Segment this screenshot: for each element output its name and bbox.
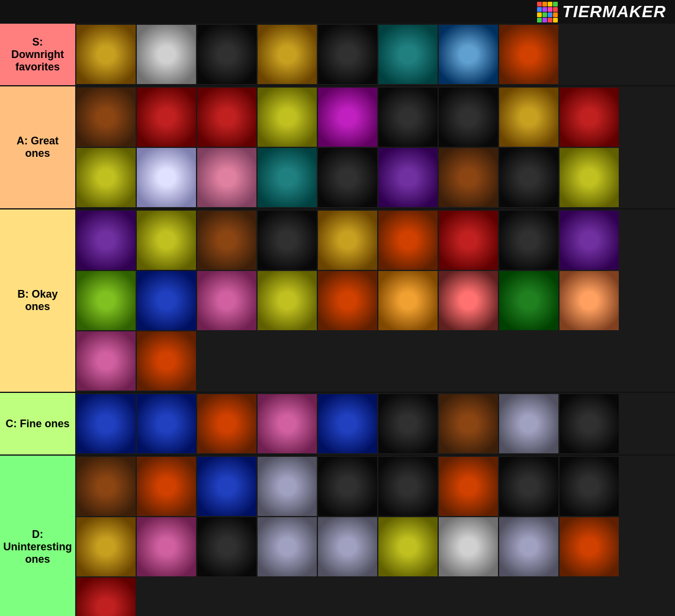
- list-item: [318, 148, 377, 207]
- character-img: [560, 517, 619, 576]
- tier-images-s: [75, 24, 675, 85]
- tier-label-a: A: Great ones: [0, 86, 75, 208]
- character-img: [378, 394, 438, 453]
- character-img: [499, 88, 558, 147]
- list-item: [560, 88, 619, 147]
- character-img: [378, 517, 438, 576]
- list-item: [76, 211, 136, 270]
- list-item: [318, 517, 377, 576]
- character-img: [76, 457, 136, 516]
- tier-label-s: S: Downright favorites: [0, 24, 75, 85]
- character-img: [318, 394, 377, 453]
- character-img: [76, 517, 136, 576]
- list-item: [318, 394, 377, 453]
- list-item: [137, 457, 196, 516]
- character-img: [318, 211, 377, 270]
- character-img: [560, 88, 619, 147]
- list-item: [439, 517, 498, 576]
- logo-cell: [553, 18, 558, 22]
- list-item: [76, 331, 136, 391]
- logo-cell: [553, 7, 558, 12]
- tier-label-c: C: Fine ones: [0, 393, 75, 454]
- list-item: [76, 517, 136, 576]
- list-item: [499, 25, 558, 84]
- logo-cell: [537, 2, 542, 7]
- list-item: [76, 88, 136, 147]
- character-img: [378, 211, 438, 270]
- tier-row-b: B: Okay ones: [0, 209, 675, 393]
- list-item: [439, 457, 498, 516]
- character-img: [137, 88, 196, 147]
- list-item: [439, 25, 498, 84]
- list-item: [560, 394, 619, 453]
- list-item: [378, 457, 438, 516]
- list-item: [258, 394, 317, 453]
- logo-cell: [542, 7, 547, 12]
- tier-row-a: A: Great ones: [0, 86, 675, 209]
- list-item: [378, 88, 438, 147]
- tier-images-b: [75, 209, 675, 392]
- character-img: [560, 271, 619, 330]
- character-img: [137, 517, 196, 576]
- list-item: [378, 211, 438, 270]
- character-img: [499, 271, 558, 330]
- list-item: [137, 331, 196, 391]
- character-img: [499, 211, 558, 270]
- list-item: [137, 148, 196, 207]
- character-img: [197, 517, 256, 576]
- list-item: [137, 88, 196, 147]
- list-item: [137, 394, 196, 453]
- character-img: [439, 211, 498, 270]
- character-img: [560, 211, 619, 270]
- character-img: [378, 271, 438, 330]
- list-item: [439, 271, 498, 330]
- character-img: [560, 148, 619, 207]
- character-img: [499, 148, 558, 207]
- character-img: [439, 88, 498, 147]
- character-img: [378, 25, 438, 84]
- character-img: [378, 457, 438, 516]
- list-item: [499, 211, 558, 270]
- character-img: [560, 394, 619, 453]
- list-item: [378, 394, 438, 453]
- character-img: [76, 148, 136, 207]
- list-item: [560, 271, 619, 330]
- tiermaker-text: TIERMAKER: [562, 2, 666, 21]
- app-container: TIERMAKER S: Downright favorites A: Grea…: [0, 0, 675, 616]
- list-item: [137, 25, 196, 84]
- list-item: [76, 271, 136, 330]
- character-img: [258, 88, 317, 147]
- character-img: [137, 25, 196, 84]
- logo-cell: [553, 12, 558, 17]
- character-img: [76, 25, 136, 84]
- character-img: [137, 457, 196, 516]
- list-item: [439, 148, 498, 207]
- tier-row-c: C: Fine ones: [0, 393, 675, 456]
- character-img: [318, 271, 377, 330]
- list-item: [560, 148, 619, 207]
- list-item: [560, 211, 619, 270]
- character-img: [439, 148, 498, 207]
- list-item: [560, 517, 619, 576]
- list-item: [318, 457, 377, 516]
- character-img: [258, 457, 317, 516]
- character-img: [258, 394, 317, 453]
- tiermaker-logo: TIERMAKER: [537, 2, 666, 22]
- list-item: [76, 148, 136, 207]
- character-img: [258, 25, 317, 84]
- list-item: [318, 88, 377, 147]
- character-img: [137, 394, 196, 453]
- character-img: [197, 148, 256, 207]
- character-img: [197, 88, 256, 147]
- character-img: [197, 457, 256, 516]
- list-item: [258, 517, 317, 576]
- list-item: [197, 88, 256, 147]
- list-item: [197, 25, 256, 84]
- list-item: [499, 517, 558, 576]
- character-img: [197, 211, 256, 270]
- list-item: [258, 25, 317, 84]
- character-img: [378, 148, 438, 207]
- list-item: [378, 271, 438, 330]
- logo-cell: [537, 18, 542, 22]
- list-item: [197, 457, 256, 516]
